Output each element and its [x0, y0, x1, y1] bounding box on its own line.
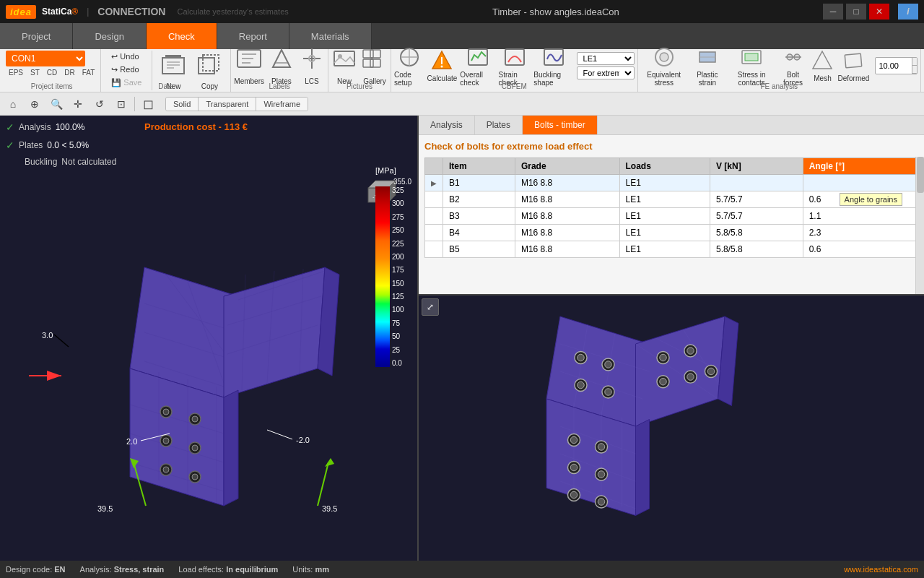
- load-effects-value: In equilibrium: [226, 565, 278, 574]
- le-dropdown: LE1 For extreme: [577, 52, 635, 79]
- zoom-fit-button[interactable]: ⊕: [25, 95, 45, 113]
- app-logo: idea: [6, 5, 36, 19]
- loads-col-header: Loads: [619, 158, 710, 175]
- b4-angle: 2.3: [803, 225, 918, 241]
- analysis-result-label: Analysis: [19, 120, 51, 136]
- b2-expand: [425, 191, 443, 208]
- data-section: ↩ Undo ↪ Redo 💾 Save New Copy Data: [101, 49, 231, 92]
- b4-grade: M16 8.8: [515, 225, 619, 241]
- 3d-model-view[interactable]: 3.0 39.5 39.5 2.0 -2.0: [14, 152, 404, 549]
- restore-button[interactable]: □: [846, 4, 866, 20]
- tab-project[interactable]: Project: [0, 23, 73, 49]
- annotation-39-5-right: 39.5: [322, 504, 337, 513]
- b3-v: 5.7/5.7: [710, 208, 803, 225]
- website-link[interactable]: www.ideastatica.com: [844, 565, 918, 574]
- wireframe-toggle[interactable]: Wireframe: [256, 98, 308, 111]
- logo-area: idea StatiCa® | CONNECTION Calculate yes…: [6, 5, 289, 19]
- svg-rect-20: [363, 59, 373, 67]
- zoom-in-button[interactable]: 🔍: [46, 95, 66, 113]
- fit-view-button[interactable]: ⊡: [111, 95, 131, 113]
- svg-point-143: [570, 491, 578, 499]
- b3-angle: 1.1: [803, 208, 918, 225]
- svg-marker-40: [813, 51, 832, 69]
- svg-marker-89: [325, 458, 334, 467]
- angle-to-grains-tooltip: Angle to grains: [840, 193, 902, 206]
- svg-point-123: [605, 389, 612, 396]
- table-row[interactable]: ▶ B1 M16 8.8 LE1: [425, 175, 918, 191]
- tab-analysis[interactable]: Analysis: [419, 116, 475, 134]
- window-controls: ─ □ ✕ i: [823, 4, 918, 20]
- result-tabs: Analysis Plates Bolts - timber: [419, 116, 924, 135]
- analysis-result-row: ✓ Analysis 100.0%: [6, 118, 116, 137]
- load-effects-label: Load effects:: [178, 565, 226, 574]
- dr-button[interactable]: DR: [61, 68, 77, 77]
- redo-button[interactable]: ↪ Redo: [107, 64, 146, 76]
- cbfem-section-label: CBFEM: [391, 82, 637, 90]
- annotation-3-0: 3.0: [42, 331, 53, 340]
- 3d-cube-button[interactable]: ◻: [138, 95, 158, 113]
- annotation-39-5-left: 39.5: [97, 504, 113, 513]
- b5-grade: M16 8.8: [515, 241, 619, 258]
- minimize-button[interactable]: ─: [823, 4, 843, 20]
- undo-button[interactable]: ↩ Undo: [107, 51, 146, 63]
- home-view-button[interactable]: ⌂: [3, 95, 23, 113]
- close-button[interactable]: ✕: [869, 4, 889, 20]
- svg-marker-11: [273, 50, 290, 67]
- b2-grade: M16 8.8: [515, 191, 619, 208]
- b4-item: B4: [443, 225, 515, 241]
- v-col-header: V [kN]: [710, 158, 803, 175]
- table-row[interactable]: B5 M16 8.8 LE1 5.8/5.8 0.6: [425, 241, 918, 258]
- cd-button[interactable]: CD: [44, 68, 60, 77]
- project-items-section: CON1 EPS ST CD DR FAT Project items: [3, 49, 101, 92]
- fe-value-down[interactable]: ▼: [912, 66, 918, 74]
- eps-button[interactable]: EPS: [6, 68, 26, 77]
- table-row[interactable]: B4 M16 8.8 LE1 5.8/5.8 2.3: [425, 225, 918, 241]
- b2-v: 5.7/5.7: [710, 191, 803, 208]
- rotate-button[interactable]: ↺: [90, 95, 110, 113]
- analysis-section: Analysis: Stress, strain: [80, 565, 165, 574]
- scrollbar-thumb[interactable]: [917, 157, 924, 193]
- extreme-select[interactable]: For extreme: [577, 66, 635, 79]
- tab-design[interactable]: Design: [73, 23, 146, 49]
- st-button[interactable]: ST: [27, 68, 43, 77]
- tab-plates[interactable]: Plates: [475, 116, 523, 134]
- plates-check-icon: ✓: [6, 137, 14, 155]
- tab-check[interactable]: Check: [147, 23, 217, 49]
- svg-point-145: [598, 499, 605, 506]
- svg-point-133: [707, 368, 715, 375]
- svg-point-121: [578, 381, 585, 389]
- svg-point-74: [192, 445, 198, 451]
- svg-point-119: [605, 361, 612, 368]
- tab-bolts-timber[interactable]: Bolts - timber: [523, 116, 598, 134]
- solid-toggle[interactable]: Solid: [166, 98, 199, 111]
- svg-rect-36: [745, 53, 758, 61]
- le-select[interactable]: LE1: [577, 52, 635, 65]
- fe-value-box: 10.00 ▲ ▼: [875, 57, 918, 74]
- fe-value-up[interactable]: ▲: [912, 58, 918, 66]
- b5-v: 5.8/5.8: [710, 241, 803, 258]
- analysis-result-value: 100.0%: [56, 120, 85, 136]
- table-row[interactable]: B3 M16 8.8 LE1 5.7/5.7 1.1: [425, 208, 918, 225]
- b1-expand-btn[interactable]: ▶: [431, 179, 437, 187]
- deformed-label: Deformed: [837, 74, 869, 82]
- b3-expand: [425, 208, 443, 225]
- svg-point-127: [687, 348, 694, 355]
- window-title: Timber - show angles.ideaCon: [289, 7, 823, 17]
- load-effects-section: Load effects: In equilibrium: [178, 565, 278, 574]
- info-button[interactable]: i: [898, 4, 918, 20]
- pan-button[interactable]: ✛: [68, 95, 88, 113]
- production-cost: Production cost - 113 €: [144, 121, 248, 132]
- fat-button[interactable]: FAT: [79, 68, 98, 77]
- fe-value-input[interactable]: 10.00: [876, 60, 912, 72]
- b4-loads: LE1: [619, 225, 710, 241]
- analysis-check-icon: ✓: [6, 118, 14, 137]
- check-title: Check of bolts for extreme load effect: [424, 141, 918, 152]
- cbfem-section: Code setup Calculate Overall check Strai…: [391, 49, 638, 92]
- b3-loads: LE1: [619, 208, 710, 225]
- project-items-label: Project items: [3, 82, 100, 90]
- connection-dropdown[interactable]: CON1: [6, 51, 85, 66]
- status-left: Design code: EN Analysis: Stress, strain…: [6, 565, 329, 574]
- b4-expand: [425, 225, 443, 241]
- transparent-toggle[interactable]: Transparent: [199, 98, 256, 111]
- table-scrollbar[interactable]: [915, 157, 924, 294]
